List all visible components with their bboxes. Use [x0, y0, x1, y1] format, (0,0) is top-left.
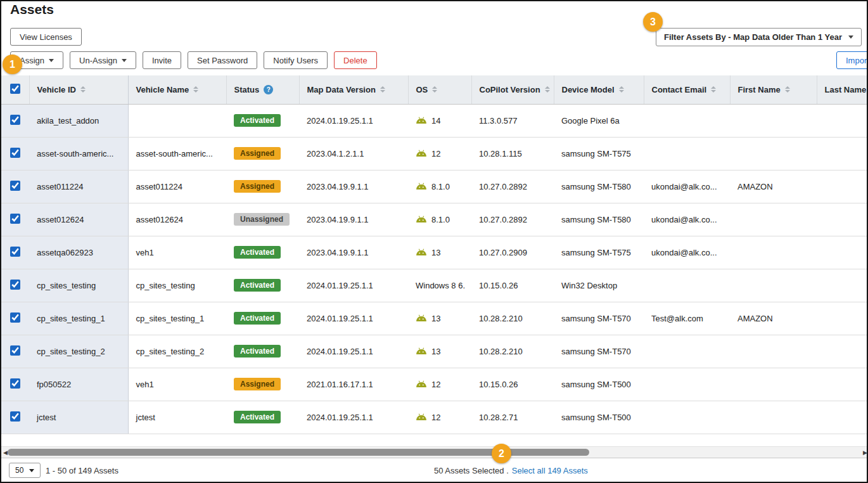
page-title: Assets: [10, 2, 54, 17]
cell-os: 12: [408, 368, 471, 401]
cell-device-model: samsung SM-T500: [554, 401, 644, 434]
select-all-checkbox[interactable]: [10, 84, 20, 94]
row-checkbox[interactable]: [10, 345, 20, 356]
callout-badge-3: 3: [643, 12, 663, 32]
filter-assets-dropdown[interactable]: Filter Assets By - Map Data Older Than 1…: [656, 28, 862, 46]
select-all-link[interactable]: Select all 149 Assets: [512, 466, 588, 475]
scroll-right-arrow-icon[interactable]: ▶: [863, 448, 867, 457]
table-row: assetqa062923 veh1 Activated 2023.04.19.…: [1, 236, 868, 269]
column-label: First Name: [738, 85, 781, 94]
notify-users-button[interactable]: Notify Users: [264, 51, 328, 69]
table-row: jctest jctest Activated 2024.01.19.25.1.…: [1, 401, 868, 434]
cell-first-name: [730, 104, 817, 137]
cell-vehicle-id: jctest: [29, 401, 128, 434]
android-icon: [416, 347, 427, 355]
cell-last-name: [817, 302, 868, 335]
android-icon: [416, 248, 427, 256]
column-header-last-name[interactable]: Last Name: [817, 75, 868, 104]
cell-vehicle-id: akila_test_addon: [29, 104, 128, 137]
row-checkbox[interactable]: [10, 148, 20, 158]
sort-icon: [619, 86, 624, 93]
cell-first-name: [730, 137, 817, 170]
column-label: Status: [234, 85, 260, 94]
column-label: Last Name: [825, 85, 867, 94]
os-version: Windows 8 6.: [416, 281, 465, 290]
cell-map-data-version: 2024.01.19.25.1.1: [299, 302, 408, 335]
view-licenses-label: View Licenses: [20, 32, 72, 42]
row-checkbox[interactable]: [10, 181, 20, 191]
invite-button[interactable]: Invite: [143, 51, 181, 69]
cell-vehicle-name: cp_sites_testing_2: [128, 335, 226, 368]
android-icon: [416, 380, 427, 388]
column-header-os[interactable]: OS: [408, 75, 471, 104]
unassign-label: Un-Assign: [79, 56, 117, 65]
row-checkbox-cell: [1, 368, 29, 401]
row-checkbox[interactable]: [10, 312, 20, 323]
unassign-button[interactable]: Un-Assign: [70, 51, 136, 69]
column-header-device-model[interactable]: Device Model: [554, 75, 644, 104]
cell-status: Assigned: [226, 137, 299, 170]
cell-contact-email: Test@alk.com: [644, 302, 730, 335]
page-size-select[interactable]: 50: [9, 463, 41, 478]
cell-first-name: [730, 335, 817, 368]
cell-status: Activated: [226, 236, 299, 269]
column-header-copilot-version[interactable]: CoPilot Version: [471, 75, 554, 104]
cell-vehicle-name: asset-south-americ...: [128, 137, 226, 170]
cell-contact-email: [644, 104, 730, 137]
invite-label: Invite: [152, 56, 172, 65]
column-header-map-data-version[interactable]: Map Data Version: [299, 75, 408, 104]
status-badge: Unassigned: [234, 213, 290, 226]
view-licenses-button[interactable]: View Licenses: [10, 28, 82, 46]
actions-toolbar: Assign Un-Assign Invite Set Password Not…: [10, 51, 377, 69]
cell-last-name: [817, 368, 868, 401]
cell-contact-email: [644, 137, 730, 170]
column-header-first-name[interactable]: First Name: [730, 75, 817, 104]
table-row: fp050522 veh1 Assigned 2021.01.16.17.1.1…: [1, 368, 868, 401]
table-row: cp_sites_testing_1 cp_sites_testing_1 Ac…: [1, 302, 868, 335]
row-checkbox[interactable]: [10, 247, 20, 257]
cell-vehicle-name: asset012624: [128, 203, 226, 236]
delete-button[interactable]: Delete: [334, 51, 377, 69]
row-checkbox[interactable]: [10, 280, 20, 290]
column-header-vehicle-name[interactable]: Vehicle Name: [128, 75, 226, 104]
column-header-status[interactable]: Status ?: [226, 75, 299, 104]
cell-copilot-version: 10.28.2.210: [471, 335, 554, 368]
row-checkbox-cell: [1, 269, 29, 302]
status-badge: Activated: [234, 411, 281, 423]
row-checkbox[interactable]: [10, 378, 20, 389]
cell-copilot-version: 10.27.0.2892: [471, 170, 554, 203]
row-checkbox[interactable]: [10, 115, 20, 125]
horizontal-scrollbar[interactable]: ◀ ▶: [1, 446, 868, 458]
column-label: Device Model: [562, 85, 615, 94]
column-label: Contact Email: [652, 85, 707, 94]
chevron-down-icon: [29, 469, 34, 472]
cell-contact-email: [644, 368, 730, 401]
cell-map-data-version: 2024.01.19.25.1.1: [299, 104, 408, 137]
status-help-icon[interactable]: ?: [264, 85, 273, 94]
set-password-button[interactable]: Set Password: [188, 51, 257, 69]
cell-copilot-version: 10.28.2.210: [471, 302, 554, 335]
cell-vehicle-name: veh1: [128, 236, 226, 269]
cell-first-name: AMAZON: [730, 170, 817, 203]
sort-icon: [432, 86, 437, 93]
column-header-contact-email[interactable]: Contact Email: [644, 75, 730, 104]
cell-copilot-version: 10.15.0.26: [471, 368, 554, 401]
status-badge: Activated: [234, 345, 281, 357]
import-button[interactable]: Import: [836, 51, 868, 69]
callout-badge-1: 1: [3, 55, 22, 74]
android-icon: [416, 150, 427, 157]
row-checkbox[interactable]: [10, 411, 20, 422]
column-header-vehicle-id[interactable]: Vehicle ID: [29, 75, 128, 104]
scroll-left-arrow-icon[interactable]: ◀: [3, 448, 8, 457]
row-checkbox[interactable]: [10, 214, 20, 224]
cell-map-data-version: 2024.01.19.25.1.1: [299, 269, 408, 302]
cell-device-model: samsung SM-T580: [554, 170, 644, 203]
status-badge: Assigned: [234, 378, 281, 390]
table-header-row: Vehicle ID Vehicle Name Status ? Map Dat…: [1, 75, 868, 104]
cell-map-data-version: 2024.01.19.25.1.1: [299, 401, 408, 434]
notify-users-label: Notify Users: [273, 56, 318, 65]
cell-map-data-version: 2023.04.19.9.1.1: [299, 170, 408, 203]
os-version: 12: [431, 413, 440, 422]
sort-icon: [785, 86, 790, 93]
import-label: Import: [846, 56, 868, 65]
